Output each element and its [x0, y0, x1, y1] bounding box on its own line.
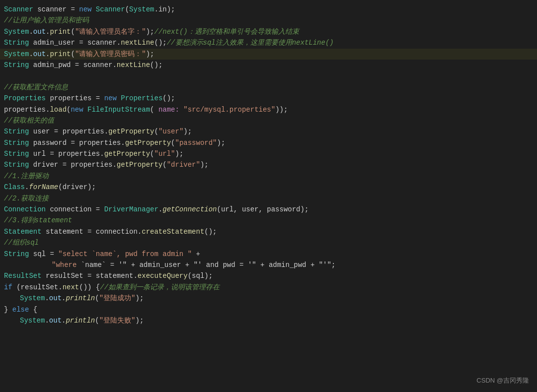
code-line: System.out.print("请输入管理员名字：");//next()：遇… — [0, 26, 537, 37]
code-line: String admin_pwd = scanner.nextLine(); — [0, 60, 537, 70]
code-line — [0, 70, 537, 81]
code-line: String user = properties.getProperty("us… — [0, 126, 537, 137]
code-line: //组织sql — [0, 237, 537, 248]
code-line: //3.得到statement — [0, 215, 537, 226]
code-line: //获取相关的值 — [0, 115, 537, 126]
code-line: Scanner scanner = new Scanner(System.in)… — [0, 4, 537, 15]
code-editor: Scanner scanner = new Scanner(System.in)… — [0, 0, 537, 392]
code-line: Class.forName(driver); — [0, 182, 537, 193]
code-line: properties.load(new FileInputStream( nam… — [0, 104, 537, 115]
code-line: if (resultSet.next()) {//如果查到一条记录，说明该管理存… — [0, 282, 537, 293]
code-line: //让用户输入管理员和密码 — [0, 15, 537, 26]
code-line: String url = properties.getProperty("url… — [0, 148, 537, 159]
code-line: "where `name` = '" + admin_user + "' and… — [0, 260, 537, 270]
code-line: } else { — [0, 304, 537, 315]
code-line: //1.注册驱动 — [0, 171, 537, 182]
code-line: //获取配置文件信息 — [0, 82, 537, 93]
code-line: System.out.print("请输入管理员密码："); — [0, 49, 537, 60]
code-line: System.out.println("登陆失败"); — [0, 315, 537, 326]
code-line: Statement statement = connection.createS… — [0, 226, 537, 237]
code-line: System.out.println("登陆成功"); — [0, 293, 537, 304]
code-line: Properties properties = new Properties()… — [0, 93, 537, 104]
code-line: String sql = "select `name`, pwd from ad… — [0, 249, 537, 260]
code-line: String admin_user = scanner.nextLine();/… — [0, 37, 537, 48]
code-line: ResultSet resultSet = statement.executeQ… — [0, 270, 537, 281]
code-line: String password = properties.getProperty… — [0, 137, 537, 148]
code-line: Connection connection = DriverManager.ge… — [0, 204, 537, 215]
code-line: //2.获取连接 — [0, 193, 537, 204]
watermark: CSDN @吉冈秀隆 — [476, 376, 529, 386]
code-line: String driver = properties.getProperty("… — [0, 159, 537, 170]
